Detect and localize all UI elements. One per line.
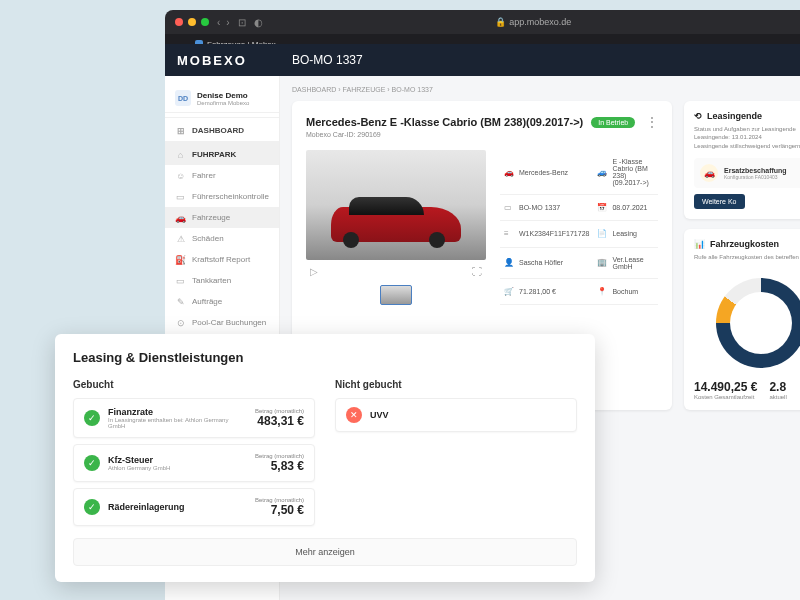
- service-row[interactable]: ✓ Rädereinlagerung Betrag (monatlich)7,5…: [73, 488, 315, 526]
- breadcrumb: DASHBOARD › FAHRZEUGE › BO-MO 1337: [292, 86, 800, 93]
- reader-icon[interactable]: ◐: [254, 17, 263, 28]
- dashboard-icon: ⊞: [175, 125, 186, 136]
- avatar: DD: [175, 90, 191, 106]
- spec-icon: 📄: [597, 229, 607, 238]
- user-name: Denise Demo: [197, 91, 249, 100]
- card-icon: ▭: [175, 275, 186, 286]
- leasing-date: Leasingende: 13.01.2024: [694, 133, 800, 141]
- chart-icon: 📊: [694, 239, 705, 249]
- order-icon: ✎: [175, 296, 186, 307]
- spec-item: 🏢Ver.Lease GmbH: [593, 248, 658, 279]
- spec-item: 📄Leasing: [593, 221, 658, 247]
- spec-item: ≡W1K2384F11F171728: [500, 221, 593, 247]
- refresh-icon: ⟲: [694, 111, 702, 121]
- nav-poolcar[interactable]: ⊙Pool-Car Buchungen: [165, 312, 279, 333]
- spec-item: 🚗Mercedes-Benz: [500, 150, 593, 195]
- nav-fahrzeuge[interactable]: 🚗Fahrzeuge: [165, 207, 279, 228]
- service-row[interactable]: ✓ Kfz-SteuerAthlon Germany GmbH Betrag (…: [73, 444, 315, 482]
- spec-icon: ▭: [504, 203, 514, 212]
- nav-fuel[interactable]: ⛽Kraftstoff Report: [165, 249, 279, 270]
- nav-fahrer[interactable]: ☺Fahrer: [165, 165, 279, 186]
- vehicle-title: Mercedes-Benz E -Klasse Cabrio (BM 238)(…: [306, 116, 583, 128]
- nav-tankkarten[interactable]: ▭Tankkarten: [165, 270, 279, 291]
- crumb-item[interactable]: FAHRZEUGE: [343, 86, 386, 93]
- spec-icon: 🛒: [504, 287, 514, 296]
- show-more-button[interactable]: Mehr anzeigen: [73, 538, 577, 566]
- expand-icon[interactable]: ⛶: [472, 266, 482, 277]
- spec-item: 📍Bochum: [593, 279, 658, 305]
- spec-icon: ≡: [504, 229, 514, 238]
- car-icon: 🚗: [175, 212, 186, 223]
- nav-fwd-icon[interactable]: ›: [226, 17, 229, 28]
- crumb-item[interactable]: DASHBOARD: [292, 86, 336, 93]
- replacement-icon: 🚗: [700, 164, 718, 182]
- cost-total: 14.490,25 €: [694, 380, 757, 394]
- image-thumb[interactable]: [380, 285, 412, 305]
- nav-license[interactable]: ▭Führerscheinkontrolle: [165, 186, 279, 207]
- replacement-row[interactable]: 🚗 ErsatzbeschaffungKonfiguration FA01040…: [694, 158, 800, 188]
- pool-icon: ⊙: [175, 317, 186, 328]
- modal-title: Leasing & Dienstleistungen: [73, 350, 577, 365]
- vehicle-car-id: Mobexo Car-ID: 290169: [306, 131, 658, 138]
- spec-icon: 📍: [597, 287, 607, 296]
- service-row-off[interactable]: ✕ UVV: [335, 398, 577, 432]
- check-icon: ✓: [84, 455, 100, 471]
- play-icon[interactable]: ▷: [310, 266, 318, 277]
- nav-dashboard[interactable]: ⊞DASHBOARD: [165, 117, 279, 141]
- service-row[interactable]: ✓ FinanzrateIn Leasingrate enthalten bei…: [73, 398, 315, 438]
- leasing-sub: Status und Aufgaben zur Leasingende: [694, 125, 800, 133]
- spec-item: 👤Sascha Höfler: [500, 248, 593, 279]
- nav-schaden[interactable]: ⚠Schäden: [165, 228, 279, 249]
- lock-icon: 🔒: [495, 17, 506, 27]
- leasing-end-card: ⟲Leasingende Status und Aufgaben zur Lea…: [684, 101, 800, 219]
- costs-sub: Rufe alle Fahrzeugkosten des betreffen: [694, 253, 800, 261]
- x-icon: ✕: [346, 407, 362, 423]
- license-icon: ▭: [175, 191, 186, 202]
- driver-icon: ☺: [175, 170, 186, 181]
- more-menu-icon[interactable]: ⋮: [646, 115, 658, 129]
- user-block[interactable]: DD Denise DemoDemofirma Mobexo: [165, 84, 279, 113]
- damage-icon: ⚠: [175, 233, 186, 244]
- nav-fuhrpark[interactable]: ⌂FUHRPARK: [165, 141, 279, 165]
- vehicle-image[interactable]: [306, 150, 486, 260]
- nav-auftraege[interactable]: ✎Aufträge: [165, 291, 279, 312]
- cost-donut-chart: [716, 278, 800, 368]
- url-bar[interactable]: 🔒app.mobexo.de: [271, 17, 796, 27]
- brand-logo[interactable]: MOBEXO: [165, 53, 280, 68]
- spec-item: 🛒71.281,00 €: [500, 279, 593, 305]
- vehicle-costs-card: 📊Fahrzeugkosten Rufe alle Fahrzeugkosten…: [684, 229, 800, 409]
- window-controls[interactable]: [175, 18, 209, 26]
- status-badge: In Betrieb: [591, 117, 635, 128]
- shield-icon[interactable]: ⊡: [238, 17, 246, 28]
- spec-icon: 🚙: [597, 168, 607, 177]
- crumb-item: BO-MO 1337: [392, 86, 433, 93]
- page-title: BO-MO 1337: [280, 53, 363, 67]
- spec-item: ▭BO-MO 1337: [500, 195, 593, 221]
- leasing-services-modal: Leasing & Dienstleistungen Gebucht ✓ Fin…: [55, 334, 595, 582]
- fuel-icon: ⛽: [175, 254, 186, 265]
- leasing-note: Leasingende stillschweigend verlängern: [694, 142, 800, 150]
- more-config-button[interactable]: Weitere Ko: [694, 194, 745, 209]
- check-icon: ✓: [84, 410, 100, 426]
- not-booked-heading: Nicht gebucht: [335, 379, 577, 390]
- cost-current: 2.8: [769, 380, 786, 394]
- nav-back-icon[interactable]: ‹: [217, 17, 220, 28]
- spec-item: 🚙E -Klasse Cabrio (BM 238)(09.2017->): [593, 150, 658, 195]
- spec-icon: 📅: [597, 203, 607, 212]
- spec-icon: 🚗: [504, 168, 514, 177]
- check-icon: ✓: [84, 499, 100, 515]
- spec-item: 📅08.07.2021: [593, 195, 658, 221]
- spec-icon: 👤: [504, 258, 514, 267]
- spec-icon: 🏢: [597, 258, 607, 267]
- garage-icon: ⌂: [175, 149, 186, 160]
- booked-heading: Gebucht: [73, 379, 315, 390]
- user-company: Demofirma Mobexo: [197, 100, 249, 106]
